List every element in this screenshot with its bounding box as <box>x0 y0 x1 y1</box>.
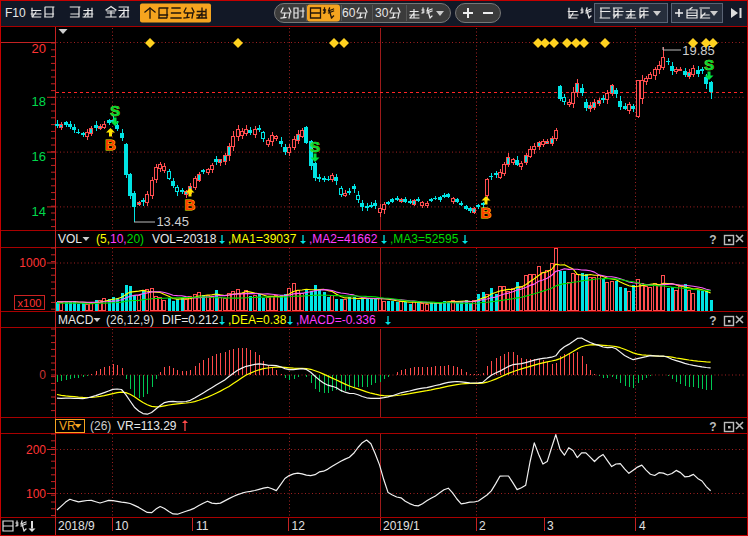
svg-text:F10: F10 <box>5 6 26 20</box>
svg-text:B: B <box>105 136 116 153</box>
svg-text:,MA3=52595: ,MA3=52595 <box>390 232 459 246</box>
svg-text:S: S <box>704 56 714 73</box>
svg-text:B: B <box>481 204 492 221</box>
svg-text:S: S <box>310 138 320 155</box>
svg-text:2018/9: 2018/9 <box>58 519 95 533</box>
svg-text:?: ? <box>709 233 716 247</box>
svg-text:3: 3 <box>547 519 554 533</box>
svg-text:16: 16 <box>32 149 46 164</box>
svg-text:,MA2=41662: ,MA2=41662 <box>309 232 378 246</box>
svg-text:10: 10 <box>115 519 129 533</box>
svg-text:18: 18 <box>32 94 46 109</box>
svg-text:20: 20 <box>32 41 46 56</box>
svg-text:200: 200 <box>26 443 46 457</box>
svg-text:,MA1=39037: ,MA1=39037 <box>228 232 297 246</box>
svg-text:(5,10,20): (5,10,20) <box>96 232 144 246</box>
svg-text:?: ? <box>709 420 716 434</box>
svg-text:1000: 1000 <box>19 256 46 270</box>
svg-text:B: B <box>185 196 196 213</box>
svg-text:MACD: MACD <box>58 313 94 327</box>
svg-text:100: 100 <box>26 487 46 501</box>
svg-text:2019/1: 2019/1 <box>383 519 420 533</box>
svg-text:VR: VR <box>59 419 76 433</box>
svg-text:VR=113.29: VR=113.29 <box>117 419 177 433</box>
svg-text:(26): (26) <box>90 419 111 433</box>
svg-text:S: S <box>110 102 120 119</box>
svg-text:2: 2 <box>479 519 486 533</box>
svg-text:?: ? <box>709 314 716 328</box>
svg-text:14: 14 <box>32 204 46 219</box>
svg-text:60: 60 <box>342 6 356 20</box>
svg-text:DIF=0.212: DIF=0.212 <box>162 313 219 327</box>
svg-text:13.45: 13.45 <box>156 214 189 229</box>
svg-text:(26,12,9): (26,12,9) <box>106 313 154 327</box>
svg-text:12: 12 <box>292 519 306 533</box>
svg-text:4: 4 <box>639 519 646 533</box>
svg-text:x100: x100 <box>18 297 42 309</box>
svg-text:VOL=20318: VOL=20318 <box>152 232 217 246</box>
svg-text:,DEA=0.38: ,DEA=0.38 <box>228 313 287 327</box>
svg-text:,MACD=-0.336: ,MACD=-0.336 <box>296 313 376 327</box>
svg-text:VOL: VOL <box>58 232 82 246</box>
svg-text:0: 0 <box>39 368 46 382</box>
svg-text:11: 11 <box>196 519 209 533</box>
svg-text:30: 30 <box>375 6 389 20</box>
